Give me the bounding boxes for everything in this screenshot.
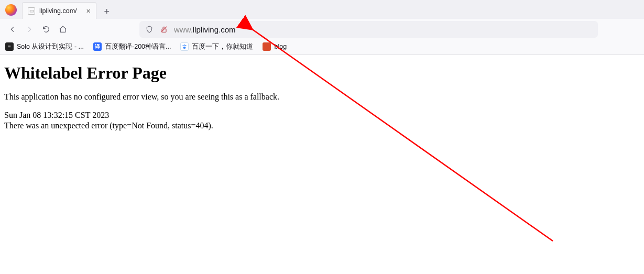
forward-button xyxy=(21,21,38,38)
bookmark-icon: 译 xyxy=(93,42,102,51)
tab-title: llpliving.com/ xyxy=(39,7,77,15)
bookmark-item[interactable]: 百度一下，你就知道 xyxy=(180,42,253,51)
url-proto: www. xyxy=(174,25,193,34)
browser-chrome: ▭ llpliving.com/ × + www.llpliving.com xyxy=(0,0,644,55)
tab-strip: ▭ llpliving.com/ × + xyxy=(0,0,644,19)
url-bar[interactable]: www.llpliving.com xyxy=(139,21,598,38)
error-timestamp: Sun Jan 08 13:32:15 CST 2023 xyxy=(4,110,640,120)
home-icon xyxy=(59,25,67,34)
firefox-logo-icon xyxy=(5,4,17,16)
lock-insecure-icon xyxy=(159,25,169,34)
reload-icon xyxy=(42,25,50,34)
new-tab-button[interactable]: + xyxy=(100,4,114,19)
svg-point-5 xyxy=(183,47,186,49)
bookmark-label: 百度翻译-200种语言... xyxy=(105,42,171,51)
back-button[interactable] xyxy=(4,21,21,38)
bookmark-item[interactable]: 译 百度翻译-200种语言... xyxy=(93,42,171,51)
error-subtext: This application has no configured error… xyxy=(4,92,640,102)
bookmark-icon xyxy=(263,42,271,51)
page-content: Whitelabel Error Page This application h… xyxy=(0,55,644,134)
bookmark-icon: ≡ xyxy=(5,42,14,51)
tab-close-button[interactable]: × xyxy=(86,7,91,15)
shield-icon xyxy=(145,25,154,34)
home-button[interactable] xyxy=(54,21,71,38)
error-heading: Whitelabel Error Page xyxy=(4,63,640,83)
nav-toolbar: www.llpliving.com xyxy=(0,19,644,40)
bookmark-label: Solo 从设计到实现 - ... xyxy=(17,42,84,51)
arrow-left-icon xyxy=(8,25,17,34)
arrow-right-icon xyxy=(25,25,34,34)
svg-point-4 xyxy=(185,45,187,46)
baidu-paw-icon xyxy=(180,42,189,51)
svg-point-2 xyxy=(183,45,184,46)
browser-tab[interactable]: ▭ llpliving.com/ × xyxy=(22,2,96,19)
bookmark-label: blog xyxy=(274,43,287,50)
url-host: llpliving.com xyxy=(193,25,236,34)
reload-button[interactable] xyxy=(38,21,54,38)
bookmark-item[interactable]: ≡ Solo 从设计到实现 - ... xyxy=(5,42,84,51)
bookmarks-bar: ≡ Solo 从设计到实现 - ... 译 百度翻译-200种语言... 百度一… xyxy=(0,40,644,54)
page-favicon-icon: ▭ xyxy=(28,7,35,15)
svg-point-3 xyxy=(184,45,185,46)
bookmark-label: 百度一下，你就知道 xyxy=(192,42,253,51)
error-detail: There was an unexpected error (type=Not … xyxy=(4,120,640,131)
bookmark-item[interactable]: blog xyxy=(263,42,287,51)
